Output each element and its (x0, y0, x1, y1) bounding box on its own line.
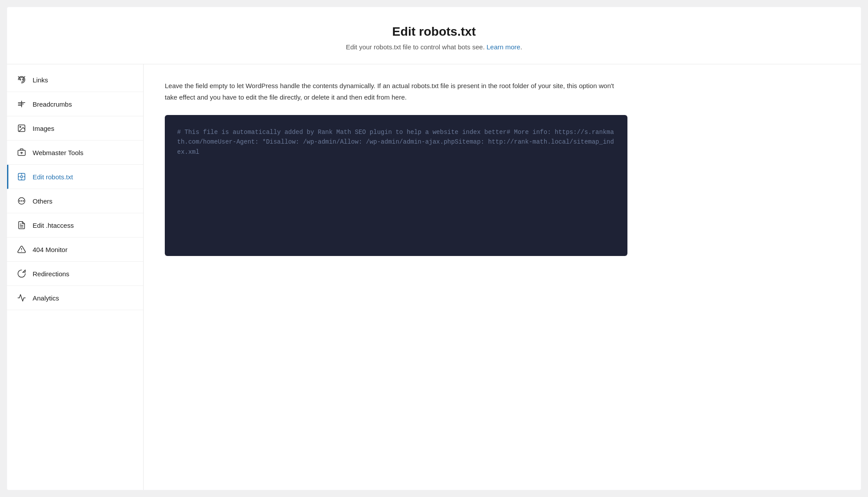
sidebar-item-links-label: Links (33, 76, 48, 84)
sidebar-item-404-monitor-label: 404 Monitor (33, 246, 67, 253)
code-editor: # This file is automatically added by Ra… (165, 115, 627, 256)
sidebar-item-webmaster-tools[interactable]: Webmaster Tools (7, 141, 143, 165)
monitor-icon (17, 245, 26, 254)
main-content: Leave the field empty to let WordPress h… (144, 64, 861, 490)
content-area: Links Breadcrumbs (7, 64, 861, 490)
webmaster-tools-icon (17, 148, 26, 157)
sidebar-item-404-monitor[interactable]: 404 Monitor (7, 237, 143, 262)
sidebar-item-edit-htaccess[interactable]: Edit .htaccess (7, 213, 143, 237)
page-header: Edit robots.txt Edit your robots.txt fil… (7, 7, 861, 64)
others-icon (17, 196, 26, 206)
svg-point-0 (20, 79, 21, 80)
sidebar-item-redirections[interactable]: Redirections (7, 262, 143, 286)
svg-point-18 (19, 200, 20, 201)
sidebar-item-breadcrumbs-label: Breadcrumbs (33, 100, 72, 108)
page-title: Edit robots.txt (16, 25, 852, 39)
sidebar-item-edit-robots-txt[interactable]: Edit robots.txt (7, 165, 143, 189)
svg-point-11 (21, 176, 23, 178)
sidebar-item-others[interactable]: Others (7, 189, 143, 213)
sidebar: Links Breadcrumbs (7, 64, 144, 490)
sidebar-item-redirections-label: Redirections (33, 270, 69, 278)
htaccess-icon (17, 220, 26, 230)
svg-point-6 (20, 126, 21, 128)
sidebar-item-breadcrumbs[interactable]: Breadcrumbs (7, 92, 143, 116)
description-text: Leave the field empty to let WordPress h… (165, 80, 627, 103)
learn-more-link[interactable]: Learn more (486, 43, 520, 51)
svg-point-17 (21, 200, 22, 201)
sidebar-item-edit-robots-txt-label: Edit robots.txt (33, 173, 73, 181)
page-subtitle: Edit your robots.txt file to control wha… (16, 43, 852, 51)
code-content: # This file is automatically added by Ra… (177, 127, 615, 157)
sidebar-item-images[interactable]: Images (7, 116, 143, 141)
redirections-icon (17, 269, 26, 278)
sidebar-item-edit-htaccess-label: Edit .htaccess (33, 222, 74, 229)
sidebar-item-links[interactable]: Links (7, 68, 143, 92)
breadcrumbs-icon (17, 99, 26, 109)
sidebar-item-analytics-label: Analytics (33, 294, 59, 302)
sidebar-item-analytics[interactable]: Analytics (7, 286, 143, 310)
sidebar-item-others-label: Others (33, 197, 52, 205)
links-icon (17, 75, 26, 85)
analytics-icon (17, 293, 26, 303)
sidebar-item-webmaster-tools-label: Webmaster Tools (33, 149, 83, 156)
svg-point-19 (23, 200, 24, 201)
edit-robots-icon (17, 172, 26, 182)
page-wrapper: Edit robots.txt Edit your robots.txt fil… (7, 7, 861, 490)
svg-point-1 (22, 79, 23, 80)
sidebar-item-images-label: Images (33, 125, 54, 132)
images-icon (17, 123, 26, 133)
